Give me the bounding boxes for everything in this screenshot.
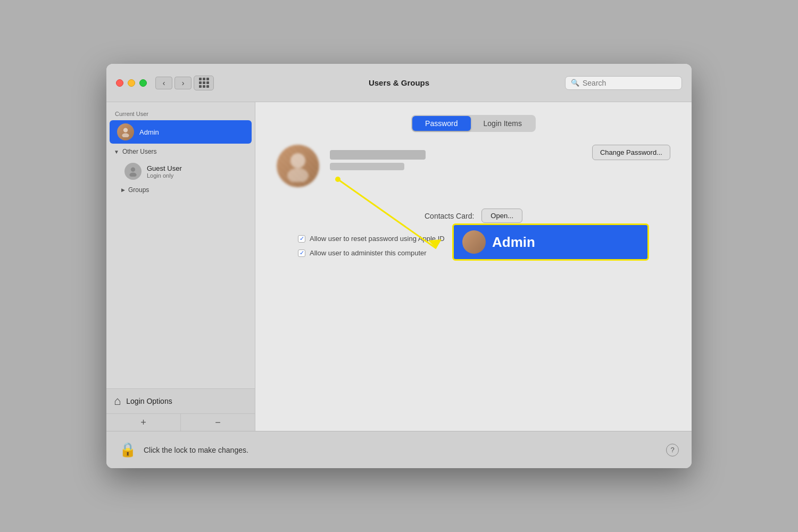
sidebar-list: Current User Admin ▼ Other Users — [106, 102, 255, 388]
guest-name: Guest User — [147, 164, 182, 172]
search-input[interactable] — [583, 79, 676, 87]
search-icon: 🔍 — [571, 79, 579, 87]
checkbox-reset-label: Allow user to reset password using Apple… — [310, 235, 445, 243]
login-options-label: Login Options — [126, 397, 172, 405]
admin-name: Admin — [139, 128, 159, 136]
admin-person-icon — [120, 127, 131, 137]
triangle-right-icon: ▶ — [121, 187, 125, 193]
right-panel: Password Login Items Change Password... — [255, 102, 692, 431]
tab-password[interactable]: Password — [412, 116, 470, 131]
other-users-label: Other Users — [122, 148, 157, 155]
lock-text: Click the lock to make changes. — [144, 446, 248, 454]
sidebar-actions: + − — [106, 413, 255, 431]
help-button[interactable]: ? — [666, 444, 679, 456]
guest-person-icon — [128, 166, 138, 177]
other-users-header[interactable]: ▼ Other Users — [106, 145, 255, 159]
sidebar-item-admin[interactable]: Admin — [110, 120, 252, 144]
contacts-label: Contacts Card: — [425, 212, 474, 220]
groups-row[interactable]: ▶ Groups — [106, 184, 255, 196]
admin-avatar — [117, 123, 134, 140]
svg-point-3 — [129, 173, 136, 177]
checkbox-row-1: ✓ Allow user to reset password using App… — [277, 235, 670, 243]
change-password-button[interactable]: Change Password... — [592, 145, 670, 160]
profile-avatar-large — [277, 145, 319, 187]
tabs: Password Login Items — [277, 115, 670, 132]
add-user-button[interactable]: + — [106, 414, 181, 431]
svg-point-2 — [131, 168, 135, 172]
profile-name-area — [330, 145, 581, 170]
checkbox-administer-label: Allow user to administer this computer — [310, 249, 427, 257]
search-box[interactable]: 🔍 — [565, 76, 682, 90]
profile-area: Change Password... — [277, 145, 670, 187]
remove-user-button[interactable]: − — [181, 414, 255, 431]
svg-point-5 — [287, 168, 309, 182]
login-options-item[interactable]: ⌂ Login Options — [106, 389, 255, 413]
guest-item-text: Guest User Login only — [147, 164, 182, 179]
house-icon: ⌂ — [114, 394, 121, 408]
name-blurred-1 — [330, 150, 426, 160]
window-title: Users & Groups — [369, 78, 429, 87]
checkbox-administer[interactable]: ✓ — [298, 250, 305, 257]
checkbox-row-2: ✓ Allow user to administer this computer — [277, 249, 670, 257]
tab-group: Password Login Items — [411, 115, 536, 132]
contacts-row: Contacts Card: Open... — [277, 209, 670, 223]
checkmark-icon: ✓ — [300, 236, 304, 242]
lock-icon[interactable]: 🔒 — [119, 442, 136, 458]
sidebar-item-guest[interactable]: Guest User Login only — [110, 160, 252, 183]
svg-point-4 — [290, 153, 305, 168]
bottom-bar: 🔒 Click the lock to make changes. ? — [106, 431, 692, 468]
name-blurred-2 — [330, 163, 404, 170]
grid-view-button[interactable] — [194, 76, 214, 90]
sidebar: Current User Admin ▼ Other Users — [106, 102, 255, 431]
checkbox-reset-password[interactable]: ✓ — [298, 235, 305, 243]
triangle-down-icon: ▼ — [114, 149, 119, 155]
traffic-lights — [116, 79, 147, 87]
admin-item-text: Admin — [139, 128, 159, 136]
guest-avatar — [124, 163, 142, 180]
grid-icon — [199, 78, 209, 88]
main-content: Current User Admin ▼ Other Users — [106, 102, 692, 431]
back-button[interactable]: ‹ — [155, 77, 172, 89]
system-preferences-window: ‹ › Users & Groups 🔍 Current User — [106, 64, 692, 468]
sidebar-bottom: ⌂ Login Options + − — [106, 388, 255, 431]
minimize-button[interactable] — [128, 79, 135, 87]
svg-point-1 — [122, 134, 129, 138]
tab-login-items[interactable]: Login Items — [471, 116, 535, 131]
close-button[interactable] — [116, 79, 123, 87]
open-contacts-button[interactable]: Open... — [481, 209, 522, 223]
current-user-label: Current User — [106, 106, 255, 119]
checkmark-icon-2: ✓ — [300, 250, 304, 256]
guest-subtitle: Login only — [147, 172, 182, 179]
forward-button[interactable]: › — [174, 77, 192, 89]
titlebar: ‹ › Users & Groups 🔍 — [106, 64, 692, 102]
svg-point-0 — [123, 128, 128, 132]
nav-buttons: ‹ › — [155, 77, 192, 89]
zoom-button[interactable] — [139, 79, 147, 87]
groups-label: Groups — [128, 186, 149, 194]
profile-person-icon — [282, 150, 314, 182]
